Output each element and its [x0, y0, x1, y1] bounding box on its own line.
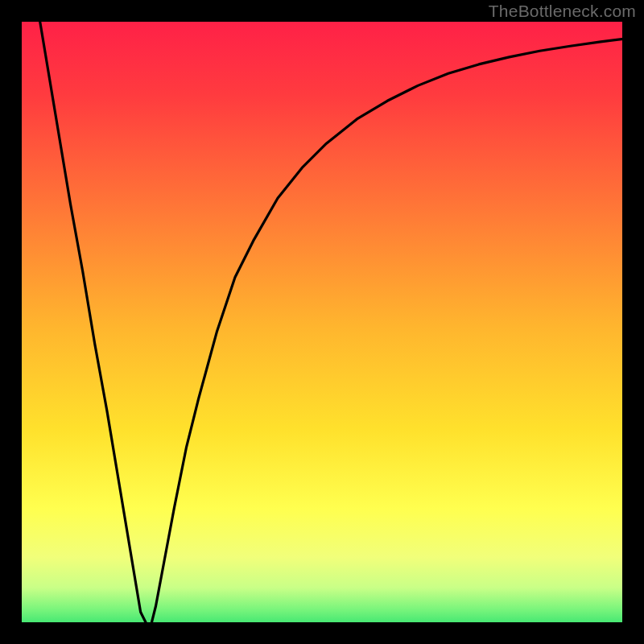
watermark-text: TheBottleneck.com — [489, 2, 636, 21]
chart-svg — [0, 0, 644, 644]
chart-container: TheBottleneck.com — [0, 0, 644, 644]
gradient-background — [22, 22, 631, 630]
